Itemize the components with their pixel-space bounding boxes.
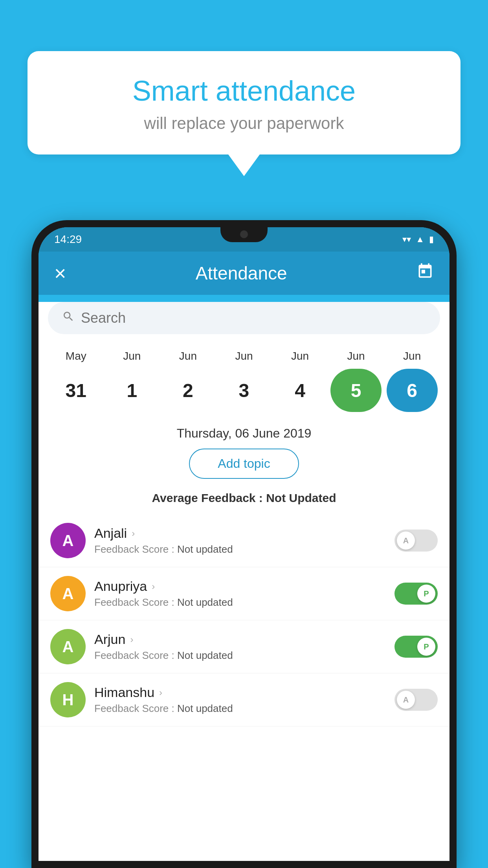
calendar-icon[interactable] — [416, 263, 434, 284]
calendar-date[interactable]: 31 — [50, 369, 101, 412]
chevron-icon: › — [159, 687, 162, 698]
calendar-date[interactable]: 3 — [218, 369, 270, 412]
speech-bubble-container: Smart attendance will replace your paper… — [28, 51, 460, 176]
student-avatar: A — [50, 576, 86, 611]
student-avatar: H — [50, 682, 86, 717]
student-feedback: Feedback Score : Not updated — [94, 702, 386, 715]
avg-feedback-value: Not Updated — [266, 491, 336, 504]
student-info: Anjali ›Feedback Score : Not updated — [94, 526, 386, 555]
selected-date-label: Thursday, 06 June 2019 — [39, 420, 449, 449]
student-item: AAnjali ›Feedback Score : Not updatedA — [39, 514, 449, 567]
search-bar[interactable] — [48, 302, 440, 334]
student-item: HHimanshu ›Feedback Score : Not updatedA — [39, 673, 449, 726]
attendance-toggle[interactable]: A — [394, 530, 438, 552]
camera — [240, 230, 248, 238]
hero-title: Smart attendance — [59, 75, 429, 107]
toggle-knob: P — [417, 585, 435, 603]
avg-feedback: Average Feedback : Not Updated — [39, 488, 449, 514]
attendance-toggle[interactable]: A — [394, 689, 438, 711]
calendar-month-label: May — [50, 350, 101, 362]
student-list: AAnjali ›Feedback Score : Not updatedAAA… — [39, 514, 449, 726]
calendar-months: MayJunJunJunJunJunJun — [48, 341, 440, 366]
notch — [220, 227, 268, 242]
student-name[interactable]: Himanshu › — [94, 685, 386, 700]
student-info: Anupriya ›Feedback Score : Not updated — [94, 579, 386, 609]
toggle-knob: P — [417, 638, 435, 656]
calendar-date[interactable]: 5 — [330, 369, 382, 412]
status-bar: 14:29 ▾▾ ▲ ▮ — [39, 227, 449, 252]
speech-bubble: Smart attendance will replace your paper… — [28, 51, 460, 154]
student-name[interactable]: Anjali › — [94, 526, 386, 541]
phone-frame: 14:29 ▾▾ ▲ ▮ × Attendance — [31, 220, 457, 868]
student-feedback: Feedback Score : Not updated — [94, 543, 386, 555]
calendar-date[interactable]: 6 — [387, 369, 438, 412]
student-avatar: A — [50, 523, 86, 558]
student-info: Arjun ›Feedback Score : Not updated — [94, 632, 386, 662]
student-item: AAnupriya ›Feedback Score : Not updatedP — [39, 567, 449, 620]
speech-bubble-arrow — [228, 154, 260, 176]
toggle-knob: A — [397, 691, 415, 709]
add-topic-button[interactable]: Add topic — [189, 449, 299, 479]
student-feedback: Feedback Score : Not updated — [94, 649, 386, 662]
battery-icon: ▮ — [429, 234, 434, 245]
calendar-month-label: Jun — [106, 350, 158, 362]
student-feedback: Feedback Score : Not updated — [94, 596, 386, 609]
student-name[interactable]: Anupriya › — [94, 579, 386, 594]
student-item: AArjun ›Feedback Score : Not updatedP — [39, 620, 449, 673]
student-avatar: A — [50, 629, 86, 664]
search-icon — [62, 310, 75, 326]
calendar-date[interactable]: 4 — [275, 369, 326, 412]
calendar-dates[interactable]: 31123456 — [48, 366, 440, 420]
content-area: MayJunJunJunJunJunJun 31123456 Thursday,… — [39, 302, 449, 861]
status-icons: ▾▾ ▲ ▮ — [402, 234, 434, 245]
hero-subtitle: will replace your paperwork — [59, 114, 429, 133]
calendar-month-label: Jun — [330, 350, 382, 362]
status-time: 14:29 — [54, 233, 82, 246]
search-input[interactable] — [81, 310, 426, 326]
attendance-toggle[interactable]: P — [394, 636, 438, 658]
attendance-toggle[interactable]: P — [394, 583, 438, 605]
calendar-month-label: Jun — [387, 350, 438, 362]
chevron-icon: › — [130, 634, 133, 645]
avg-feedback-label: Average Feedback : — [152, 491, 262, 504]
calendar-strip: MayJunJunJunJunJunJun 31123456 — [39, 341, 449, 420]
student-name[interactable]: Arjun › — [94, 632, 386, 647]
signal-icon: ▲ — [416, 234, 424, 245]
calendar-date[interactable]: 2 — [162, 369, 213, 412]
student-info: Himanshu ›Feedback Score : Not updated — [94, 685, 386, 715]
calendar-date[interactable]: 1 — [106, 369, 158, 412]
app-bar: × Attendance — [39, 252, 449, 295]
chevron-icon: › — [132, 528, 135, 539]
phone-inner: 14:29 ▾▾ ▲ ▮ × Attendance — [39, 227, 449, 861]
calendar-month-label: Jun — [275, 350, 326, 362]
chevron-icon: › — [152, 581, 155, 592]
close-button[interactable]: × — [54, 261, 66, 285]
app-title: Attendance — [66, 263, 416, 284]
calendar-month-label: Jun — [218, 350, 270, 362]
wifi-icon: ▾▾ — [402, 234, 411, 245]
toggle-knob: A — [397, 531, 415, 550]
calendar-month-label: Jun — [162, 350, 213, 362]
